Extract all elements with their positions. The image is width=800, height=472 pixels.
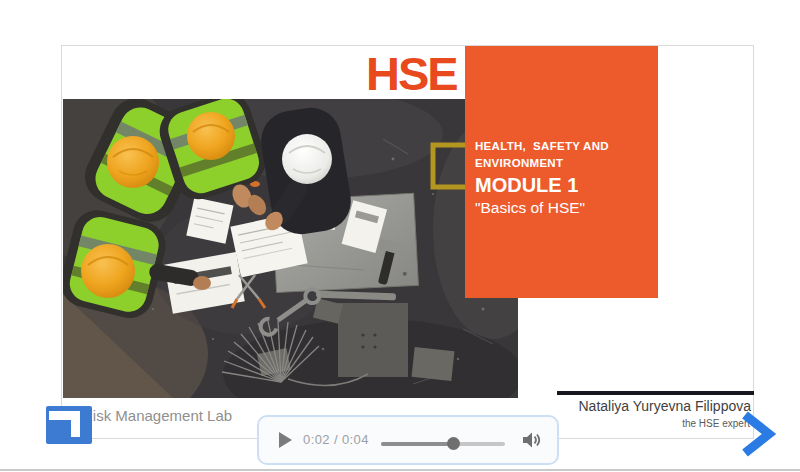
title-line-1: HEALTH, SAFETY AND — [475, 138, 650, 155]
lab-label: Risk Management Lab — [82, 407, 232, 424]
slide-canvas: HSE — [61, 45, 754, 439]
title-box: HEALTH, SAFETY AND ENVIRONMENT MODULE 1 … — [465, 46, 658, 298]
workers-photo — [63, 99, 518, 398]
module-title: MODULE 1 — [475, 174, 650, 196]
course-player-page: HSE — [0, 0, 800, 472]
next-slide-button[interactable] — [737, 409, 781, 463]
seek-thumb[interactable] — [447, 437, 460, 450]
author-divider — [557, 391, 754, 395]
audio-player: 0:02 / 0:04 — [257, 415, 559, 465]
orange-helmet-3 — [81, 244, 135, 298]
hand — [193, 276, 211, 290]
metal-plate-large — [338, 303, 408, 377]
workers-photo-graphic — [63, 99, 518, 398]
orange-helmet-1 — [107, 136, 159, 188]
time-display: 0:02 / 0:04 — [303, 432, 369, 447]
metal-plate-small-3 — [412, 347, 455, 381]
orange-helmet-2 — [187, 112, 235, 160]
author-name: Nataliya Yuryevna Filippova — [578, 398, 751, 414]
play-icon[interactable] — [279, 432, 292, 448]
slides-panel-icon[interactable] — [46, 406, 92, 444]
volume-icon[interactable] — [521, 430, 543, 454]
slides-panel-icon-bar-right — [71, 411, 80, 437]
title-line-2: ENVIRONMENT — [475, 155, 650, 172]
seek-played — [381, 442, 453, 446]
page-bottom-divider — [0, 469, 800, 471]
paper-notes — [186, 197, 233, 243]
seek-bar[interactable] — [381, 442, 505, 446]
hse-logo: HSE — [366, 50, 457, 97]
white-helmet — [282, 134, 332, 184]
module-subtitle: "Basics of HSE" — [475, 197, 650, 218]
